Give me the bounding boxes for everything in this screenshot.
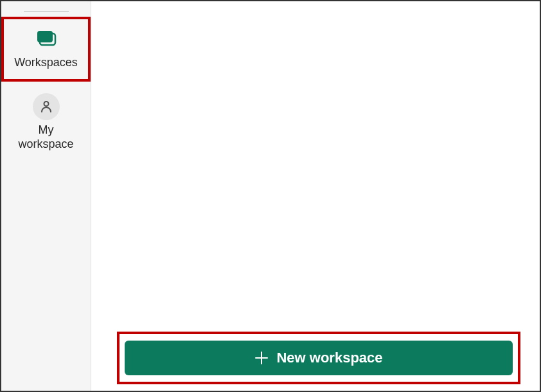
- svg-rect-1: [37, 31, 53, 42]
- sidebar-item-my-workspace[interactable]: My workspace: [1, 91, 91, 161]
- new-workspace-button[interactable]: New workspace: [125, 341, 513, 375]
- sidebar-item-label: Workspaces: [14, 55, 78, 70]
- sidebar-item-label: My workspace: [18, 123, 73, 152]
- plus-icon: [254, 351, 269, 365]
- sidebar: Workspaces My workspace: [1, 1, 91, 391]
- workspaces-icon: [33, 28, 59, 50]
- sidebar-divider: [24, 11, 69, 12]
- main-content: New workspace: [91, 1, 540, 391]
- svg-point-2: [44, 102, 48, 106]
- sidebar-item-workspaces[interactable]: Workspaces: [1, 17, 91, 82]
- person-icon: [33, 96, 60, 118]
- new-workspace-label: New workspace: [276, 350, 382, 366]
- highlight-frame: New workspace: [117, 332, 520, 384]
